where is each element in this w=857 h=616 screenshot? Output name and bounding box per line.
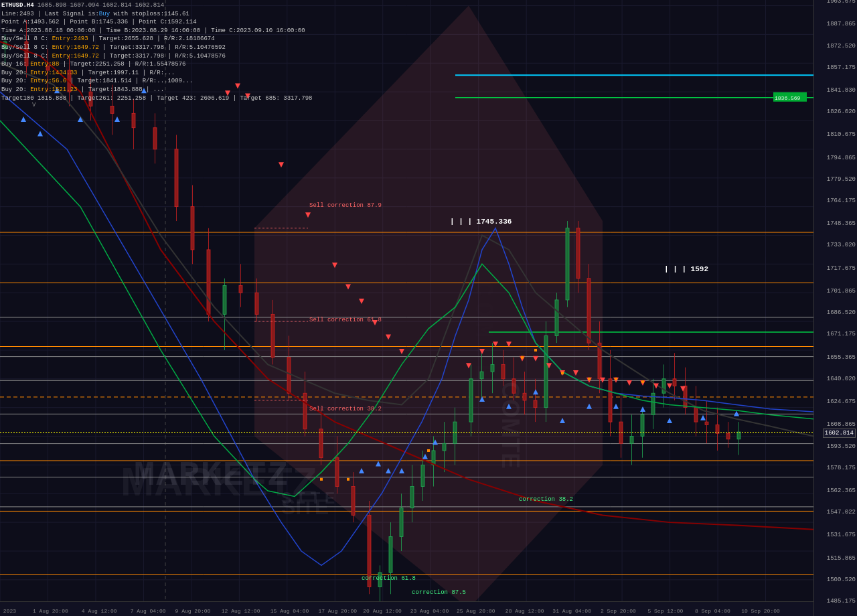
time-label: 17 Aug 20:00	[318, 608, 357, 614]
time-label: 1 Aug 20:00	[33, 608, 68, 614]
time-label: 20 Aug 12:00	[363, 608, 402, 614]
price-label: 1794.865	[827, 155, 856, 161]
price-label: 1841.830	[827, 87, 856, 94]
price-label: 1608.865	[827, 421, 856, 428]
price-label: 1903.675	[827, 0, 856, 5]
price-label: 1578.175	[827, 465, 856, 471]
time-label: 23 Aug 04:00	[410, 608, 449, 614]
price-label: 1624.675	[827, 398, 856, 405]
current-price-label: 1602.814	[823, 429, 856, 438]
price-label: 1515.865	[827, 555, 856, 562]
price-axis: 1903.6751887.8651872.5201857.1751841.830…	[813, 0, 857, 616]
price-label: 1485.175	[827, 598, 856, 605]
time-label: 1 Jul 2023	[0, 608, 16, 614]
time-label: 5 Sep 12:00	[647, 608, 683, 614]
price-label: 1531.675	[827, 532, 856, 538]
price-label: 1764.175	[827, 198, 856, 204]
price-label: 1686.520	[827, 309, 856, 316]
price-label: 1887.865	[827, 21, 856, 27]
price-label: 1655.365	[827, 354, 856, 361]
price-label: 1547.022	[827, 509, 856, 516]
time-label: 12 Aug 12:00	[222, 608, 260, 614]
time-label: 8 Sep 04:00	[695, 608, 730, 614]
time-label: 15 Aug 04:00	[270, 608, 309, 614]
price-label: 1733.020	[827, 242, 856, 248]
time-label: 2 Sep 20:00	[601, 608, 636, 614]
time-label: 28 Aug 12:00	[505, 608, 544, 614]
price-label: 1872.520	[827, 43, 856, 50]
time-label: 10 Sep 20:00	[741, 608, 780, 614]
time-axis: 1 Jul 20231 Aug 20:004 Aug 12:007 Aug 04…	[0, 601, 813, 616]
price-label: 1857.175	[827, 64, 856, 71]
time-label: 31 Aug 04:00	[552, 608, 591, 614]
price-label: 1671.175	[827, 331, 856, 337]
price-label: 1593.520	[827, 443, 856, 450]
time-label: 7 Aug 04:00	[131, 608, 166, 614]
chart-canvas	[0, 0, 857, 616]
price-label: 1701.865	[827, 288, 856, 295]
price-label: 1748.365	[827, 220, 856, 227]
price-label: 1640.020	[827, 376, 856, 382]
price-label: 1717.675	[827, 265, 856, 272]
time-label: 25 Aug 20:00	[457, 608, 495, 614]
price-label: 1562.365	[827, 487, 856, 494]
chart-container: ETHUSD.H4 1605.898 1607.094 1602.814 160…	[0, 0, 857, 616]
time-label: 4 Aug 12:00	[82, 608, 117, 614]
price-label: 1810.675	[827, 131, 856, 138]
price-label: 1500.520	[827, 576, 856, 583]
price-label: 1826.020	[827, 108, 856, 115]
price-label: 1779.520	[827, 176, 856, 183]
time-label: 9 Aug 20:00	[175, 608, 211, 614]
